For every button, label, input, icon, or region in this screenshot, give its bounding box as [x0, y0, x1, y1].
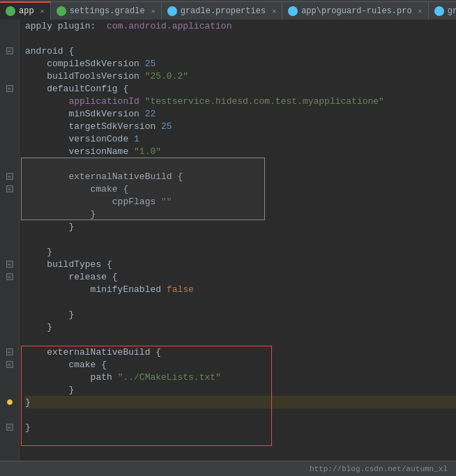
code-line-21: release { — [25, 270, 456, 283]
breakpoint-indicator[interactable] — [7, 399, 13, 405]
tab-gradle-properties[interactable]: gradle.properties ✕ — [162, 1, 282, 20]
fold-external1[interactable]: − — [6, 173, 13, 180]
tab-gradle-properties-label: gradle.properties — [181, 6, 266, 16]
gutter-row-26 — [0, 333, 20, 346]
gutter-row-2 — [0, 32, 20, 45]
gutter-row-28: − — [0, 358, 20, 371]
gutter-row-27: − — [0, 346, 20, 358]
app-tab-icon — [6, 6, 15, 16]
gradle2-tab-icon — [434, 6, 444, 16]
code-line-22: minifyEnabled false — [25, 283, 456, 295]
code-line-16: } — [25, 208, 456, 220]
code-line-11: versionName "1.0" — [25, 145, 456, 158]
gutter-row-8 — [0, 107, 20, 120]
gutter-row-25 — [0, 321, 20, 333]
code-line-27: externalNativeBuild { — [25, 346, 456, 358]
proguard-tab-icon — [288, 6, 298, 16]
code-line-30: } — [25, 383, 456, 396]
code-line-29: path "../CMakeLists.txt" — [25, 371, 456, 383]
settings-tab-icon — [56, 6, 66, 16]
code-area: − − − − − − − — [0, 20, 456, 461]
gutter-row-23 — [0, 295, 20, 308]
gutter-row-16 — [0, 208, 20, 220]
code-line-15: cppFlags "" — [25, 195, 456, 208]
gutter-row-7 — [0, 95, 20, 107]
code-line-19: } — [25, 245, 456, 258]
gutter-row-12 — [0, 158, 20, 170]
tab-proguard-close[interactable]: ✕ — [418, 7, 423, 15]
status-url: http://blog.csdn.net/autumn_xl — [310, 465, 448, 473]
code-line-23 — [25, 295, 456, 308]
gutter-row-13: − — [0, 170, 20, 183]
fold-external2[interactable]: − — [6, 348, 13, 355]
fold-release[interactable]: − — [6, 273, 13, 280]
code-line-24: } — [25, 308, 456, 321]
tab-gradle2[interactable]: gradle- ✕ — [429, 1, 456, 20]
tab-gradle-properties-close[interactable]: ✕ — [272, 7, 276, 15]
code-line-9: targetSdkVersion 25 — [25, 120, 456, 132]
tab-app-label: app — [19, 6, 34, 16]
fold-buildtypes[interactable]: − — [6, 261, 13, 268]
code-line-14: cmake { — [25, 183, 456, 195]
gutter-row-10 — [0, 132, 20, 145]
code-line-1: apply plugin: com.android.application — [25, 20, 456, 32]
code-line-10: versionCode 1 — [25, 132, 456, 145]
gutter-row-19 — [0, 245, 20, 258]
code-line-26 — [25, 333, 456, 346]
tab-app-close[interactable]: ✕ — [40, 7, 45, 15]
code-line-3: android { — [25, 45, 456, 57]
code-line-2 — [25, 32, 456, 45]
gutter-row-4 — [0, 57, 20, 70]
gradle-properties-tab-icon — [167, 6, 177, 16]
code-gutter: − − − − − − − — [0, 20, 20, 461]
code-line-13: externalNativeBuild { — [25, 170, 456, 183]
code-line-8: minSdkVersion 22 — [25, 107, 456, 120]
tab-bar: app ✕ settings.gradle ✕ gradle.propertie… — [0, 0, 456, 20]
gutter-row-29 — [0, 371, 20, 383]
code-line-7: applicationId "testservice.hidesd.com.te… — [25, 95, 456, 107]
tab-settings-label: settings.gradle — [70, 6, 145, 16]
tab-gradle2-label: gradle- — [448, 6, 456, 16]
code-line-6: defaultConfig { — [25, 82, 456, 95]
tab-proguard-label: app\proguard-rules.pro — [301, 6, 411, 16]
code-line-18 — [25, 233, 456, 245]
code-line-32 — [25, 408, 456, 421]
gutter-row-21: − — [0, 270, 20, 283]
tab-settings-gradle[interactable]: settings.gradle ✕ — [51, 1, 162, 20]
code-line-33: } — [25, 421, 456, 433]
code-line-12 — [25, 158, 456, 170]
code-line-28: cmake { — [25, 358, 456, 371]
code-line-5: buildToolsVersion "25.0.2" — [25, 70, 456, 82]
tab-settings-close[interactable]: ✕ — [151, 7, 155, 15]
code-line-25: } — [25, 321, 456, 333]
tab-proguard[interactable]: app\proguard-rules.pro ✕ — [282, 1, 428, 20]
fold-cmake1[interactable]: − — [6, 185, 13, 192]
gutter-row-17 — [0, 220, 20, 233]
gutter-row-20: − — [0, 258, 20, 270]
code-line-17: } — [25, 220, 456, 233]
fold-outer[interactable]: − — [6, 424, 13, 431]
tab-app[interactable]: app ✕ — [0, 1, 51, 20]
gutter-row-9 — [0, 120, 20, 132]
status-bar: http://blog.csdn.net/autumn_xl — [0, 461, 456, 476]
gutter-row-5 — [0, 70, 20, 82]
fold-cmake2[interactable]: − — [6, 361, 13, 368]
gutter-row-24 — [0, 308, 20, 321]
gutter-row-33: − — [0, 421, 20, 433]
gutter-row-15 — [0, 195, 20, 208]
fold-android[interactable]: − — [6, 47, 13, 54]
code-editor[interactable]: apply plugin: com.android.application an… — [20, 20, 456, 461]
gutter-row-11 — [0, 145, 20, 158]
code-line-31: } — [25, 396, 456, 408]
gutter-row-14: − — [0, 183, 20, 195]
fold-defaultconfig[interactable]: − — [6, 85, 13, 92]
gutter-row-22 — [0, 283, 20, 295]
gutter-row-18 — [0, 233, 20, 245]
code-line-4: compileSdkVersion 25 — [25, 57, 456, 70]
gutter-row-31 — [0, 396, 20, 408]
gutter-row-6: − — [0, 82, 20, 95]
gutter-row-30 — [0, 383, 20, 396]
gutter-row-1 — [0, 20, 20, 32]
gutter-row-32 — [0, 408, 20, 421]
gutter-row-3: − — [0, 45, 20, 57]
